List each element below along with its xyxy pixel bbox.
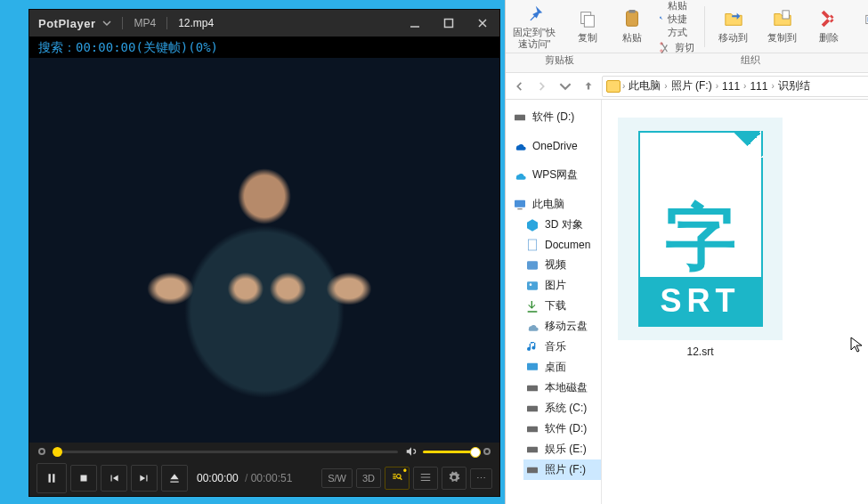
ribbon-delete[interactable]: 删除 (811, 8, 847, 45)
potplayer-titlebar[interactable]: PotPlayer MP4 12.mp4 (29, 10, 499, 37)
subtitle-search-button[interactable] (385, 467, 410, 490)
player-controls: 00:00:00 / 00:00:51 S/W 3D ⋯ (29, 460, 499, 496)
tree-videos[interactable]: 视频 (523, 255, 601, 275)
svg-rect-19 (527, 385, 538, 391)
pause-button[interactable] (37, 463, 67, 493)
file-item-srt[interactable]: 字 SRT 12.srt (618, 118, 783, 358)
nav-forward-button[interactable] (532, 77, 552, 96)
moveto-icon (724, 9, 743, 28)
svg-rect-1 (81, 476, 87, 482)
ribbon-paste-sub: 粘贴快捷方式 剪切 (659, 0, 695, 54)
tree-photo-f[interactable]: 照片 (F:) (523, 459, 601, 480)
file-thumbnail: 字 SRT (618, 118, 783, 340)
svg-point-17 (530, 283, 532, 286)
tree-system-c[interactable]: 系统 (C:) (523, 398, 601, 419)
tree-pictures[interactable]: 图片 (523, 275, 601, 296)
seek-start-icon[interactable] (38, 448, 45, 455)
explorer-body: 软件 (D:) OneDrive WPS网盘 此电脑 3D 对象 Documen… (506, 100, 868, 504)
nav-recent-button[interactable] (556, 77, 575, 96)
search-status: 搜索：00:00:00(关键帧)(0%) (29, 37, 499, 58)
prev-button[interactable] (101, 465, 127, 492)
seek-bar[interactable] (53, 451, 398, 453)
crumb-seg2[interactable]: 111 (720, 80, 742, 93)
tree-desktop[interactable]: 桌面 (523, 357, 601, 378)
folder-icon (606, 80, 621, 93)
eject-button[interactable] (161, 465, 188, 492)
crumb-seg1[interactable]: 照片 (F:) (669, 78, 714, 93)
tree-soft-d[interactable]: 软件 (D:) (511, 107, 601, 127)
file-pane[interactable]: 字 SRT 12.srt (602, 100, 868, 504)
svg-rect-13 (517, 208, 522, 209)
tree-documents[interactable]: Documen (523, 235, 601, 255)
next-button[interactable] (131, 465, 158, 492)
file-name: 12.srt (686, 345, 713, 358)
tree-downloads[interactable]: 下载 (523, 296, 601, 316)
ribbon-paste[interactable]: 粘贴 (614, 8, 650, 45)
srt-glyph: 字 (665, 202, 736, 273)
playlist-button[interactable] (413, 467, 438, 490)
video-frame (29, 58, 499, 443)
ribbon-copy[interactable]: 复制 (570, 8, 605, 45)
format-label: MP4 (134, 17, 156, 29)
svg-rect-11 (515, 114, 525, 120)
crumb-seg3[interactable]: 111 (748, 80, 769, 93)
3d-button[interactable]: 3D (356, 468, 381, 488)
filename-label: 12.mp4 (178, 17, 214, 29)
copyto-icon (773, 9, 792, 28)
close-button[interactable] (469, 12, 496, 34)
settings-button[interactable] (442, 467, 466, 490)
ribbon-cut[interactable]: 剪切 (659, 41, 695, 54)
time-duration: 00:00:51 (251, 472, 293, 484)
svg-rect-21 (527, 426, 538, 432)
ribbon-pin[interactable]: 固定到"快 速访问" (507, 4, 561, 48)
gear-icon (448, 471, 460, 484)
crumb-root[interactable]: 此电脑 (627, 78, 662, 93)
ribbon: 固定到"快 速访问" 复制 粘贴 粘贴快捷方式 剪切 移动到 (506, 0, 868, 53)
tree-wps[interactable]: WPS网盘 (511, 165, 601, 185)
maximize-button[interactable] (435, 12, 462, 34)
ribbon-groups: 剪贴板 组织 (506, 53, 868, 73)
svg-rect-12 (515, 199, 525, 207)
breadcrumb[interactable]: › 此电脑 › 照片 (F:) › 111 › 111 › 识别结 (602, 76, 868, 97)
ribbon-rename[interactable]: 重 (856, 8, 868, 45)
ribbon-moveto[interactable]: 移动到 (713, 8, 753, 45)
svg-rect-4 (626, 12, 637, 27)
ribbon-paste-shortcut[interactable]: 粘贴快捷方式 (659, 0, 695, 39)
video-area[interactable] (29, 58, 499, 443)
stop-button[interactable] (70, 465, 97, 492)
svg-rect-18 (527, 362, 538, 370)
address-bar: › 此电脑 › 照片 (F:) › 111 › 111 › 识别结 (506, 73, 868, 100)
chevron-down-icon[interactable] (102, 19, 111, 28)
cut-icon (659, 41, 671, 53)
crumb-seg4[interactable]: 识别结 (776, 78, 812, 93)
minimize-button[interactable] (402, 12, 428, 34)
nav-tree[interactable]: 软件 (D:) OneDrive WPS网盘 此电脑 3D 对象 Documen… (506, 100, 602, 504)
tree-soft-d2[interactable]: 软件 (D:) (523, 419, 601, 439)
tree-localdisk[interactable]: 本地磁盘 (523, 378, 601, 398)
time-current: 00:00:00 (197, 472, 239, 484)
cursor-icon (850, 337, 864, 358)
group-clipboard: 剪贴板 (506, 53, 612, 72)
delete-icon (819, 9, 839, 28)
nav-back-button[interactable] (509, 77, 529, 96)
explorer-window: 固定到"快 速访问" 复制 粘贴 粘贴快捷方式 剪切 移动到 (505, 0, 868, 504)
ribbon-copyto[interactable]: 复制到 (762, 8, 802, 45)
seek-end-icon[interactable] (483, 448, 491, 455)
tree-thispc[interactable]: 此电脑 (511, 194, 601, 215)
tree-music[interactable]: 音乐 (523, 337, 601, 357)
app-name: PotPlayer (38, 17, 95, 30)
tree-3dobjects[interactable]: 3D 对象 (523, 215, 601, 235)
rename-icon (864, 9, 868, 28)
svg-rect-15 (527, 261, 538, 269)
srt-band: SRT (640, 277, 761, 325)
tree-clouddisk[interactable]: 移动云盘 (523, 316, 601, 337)
nav-up-button[interactable] (579, 77, 598, 96)
volume-control[interactable] (405, 445, 476, 458)
seek-bar-container (29, 443, 499, 460)
svg-rect-20 (527, 405, 538, 411)
list-icon (419, 471, 432, 484)
tree-onedrive[interactable]: OneDrive (511, 136, 601, 156)
tree-ent-e[interactable]: 娱乐 (E:) (523, 439, 601, 459)
more-button[interactable]: ⋯ (470, 468, 492, 489)
sw-button[interactable]: S/W (321, 468, 353, 488)
